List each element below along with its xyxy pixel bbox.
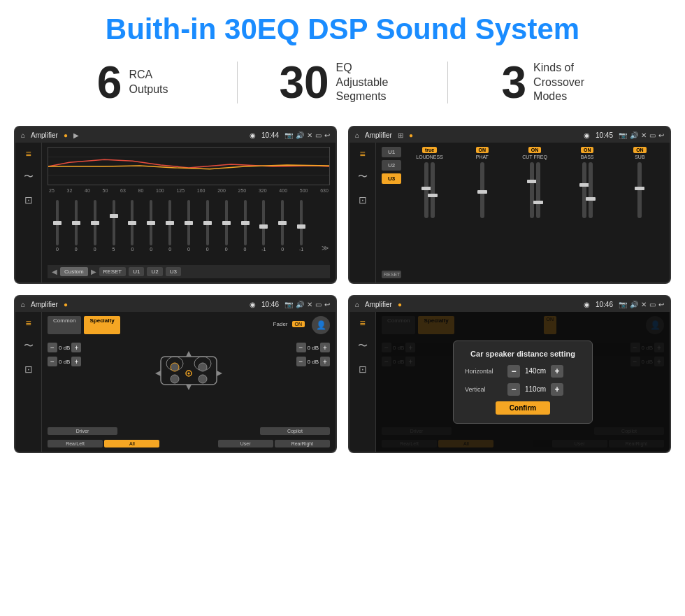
- vol-val-fr: 0 dB: [308, 345, 319, 351]
- eq-u3-btn[interactable]: U3: [166, 267, 181, 276]
- home-icon-3[interactable]: ⌂: [21, 301, 25, 308]
- eq-sidebar-icon[interactable]: ≡: [25, 148, 31, 159]
- vertical-minus-btn[interactable]: −: [507, 383, 520, 396]
- amp2-presets: U1 U2 U3 RESET: [382, 147, 401, 278]
- band-sub: ON SUB: [616, 147, 664, 278]
- eq3-sidebar-icon[interactable]: ≡: [25, 317, 31, 329]
- back-icon[interactable]: ↩: [324, 131, 330, 139]
- amp2-bands: U1 U2 U3 RESET true LOUDNESS: [382, 147, 664, 278]
- amp2-main-area: U1 U2 U3 RESET true LOUDNESS: [376, 143, 670, 282]
- eq-next-arrow[interactable]: ▶: [91, 268, 96, 275]
- cam-icon4: 📷: [619, 301, 627, 308]
- wave3-sidebar-icon[interactable]: 〜: [24, 340, 34, 352]
- bass-on[interactable]: ON: [581, 147, 594, 153]
- stats-row: 6 RCAOutputs 30 EQ AdjustableSegments 3 …: [0, 53, 685, 119]
- cam-icon2: 📷: [619, 131, 627, 139]
- screen1-topbar: ⌂ Amplifier ● ▶ ◉ 10:44 📷 🔊 ✕ ▭ ↩: [15, 127, 336, 143]
- horizontal-minus-btn[interactable]: −: [507, 365, 520, 378]
- eq-graph: [48, 147, 330, 185]
- vol-plus-rl[interactable]: +: [71, 357, 81, 366]
- back-icon3[interactable]: ↩: [324, 301, 330, 308]
- home-icon[interactable]: ⌂: [21, 131, 25, 139]
- window-icon: ▭: [315, 131, 322, 139]
- wave-sidebar-icon[interactable]: 〜: [24, 171, 34, 183]
- home-icon-4[interactable]: ⌂: [355, 301, 359, 308]
- fader-label: Fader: [273, 321, 288, 327]
- wave4-sidebar-icon[interactable]: 〜: [358, 340, 368, 352]
- eq-u2-btn[interactable]: U2: [147, 267, 162, 276]
- dot-icon: ●: [64, 131, 68, 139]
- eq-slider-10: 0: [237, 200, 254, 252]
- vol-ctrl-rl: − 0 dB +: [48, 357, 81, 366]
- page-title: Buith-in 30EQ DSP Sound System: [0, 0, 685, 53]
- vol-minus-fl[interactable]: −: [48, 343, 57, 352]
- eq-slider-11: -1: [255, 200, 272, 252]
- btn-rearleft[interactable]: RearLeft: [48, 440, 103, 447]
- btn-rearright[interactable]: RearRight: [275, 440, 330, 447]
- speaker4-sidebar-icon[interactable]: ⊡: [359, 364, 367, 375]
- dot-icon2: ●: [409, 131, 413, 139]
- screen4-time: 10:46: [596, 301, 613, 308]
- eq-prev-arrow[interactable]: ◀: [52, 268, 57, 275]
- cutfreq-on[interactable]: ON: [528, 147, 542, 153]
- sub-on[interactable]: ON: [633, 147, 647, 153]
- screen1-sidebar: ≡ 〜 ⊡: [15, 143, 42, 282]
- eq-u1-btn[interactable]: U1: [129, 267, 144, 276]
- eq-slider-3: 5: [106, 200, 122, 252]
- vol-minus-fr[interactable]: −: [296, 343, 306, 352]
- loudness-on[interactable]: true: [422, 147, 437, 153]
- confirm-button[interactable]: Confirm: [496, 401, 550, 415]
- svg-point-7: [199, 363, 207, 371]
- screen4-title: Amplifier: [365, 301, 392, 308]
- eq-slider-expand: ≫: [312, 244, 329, 252]
- x-icon4: ✕: [641, 301, 647, 308]
- x-icon: ✕: [307, 131, 312, 139]
- bottom-btn-row1: Driver Copilot: [48, 427, 330, 435]
- play-icon: ▶: [73, 131, 79, 139]
- stat-eq-label: EQ AdjustableSegments: [336, 61, 406, 104]
- fader-on-badge[interactable]: ON: [292, 321, 305, 327]
- tab-common[interactable]: Common: [48, 316, 81, 334]
- vol-plus-fr[interactable]: +: [320, 343, 330, 352]
- home-icon-2[interactable]: ⌂: [355, 131, 359, 139]
- amp2-reset-btn[interactable]: RESET: [382, 271, 401, 278]
- screen-specialty: ⌂ Amplifier ● ◉ 10:46 📷 🔊 ✕ ▭ ↩ ≡ 〜 ⊡ C: [14, 295, 337, 453]
- dot-icon4: ●: [398, 301, 402, 308]
- vol-minus-rl[interactable]: −: [48, 357, 57, 366]
- vol-plus-fl[interactable]: +: [71, 343, 81, 352]
- wave2-sidebar-icon[interactable]: 〜: [358, 171, 368, 183]
- eq2-sidebar-icon[interactable]: ≡: [359, 148, 365, 159]
- phat-on[interactable]: ON: [476, 147, 489, 153]
- preset-u1[interactable]: U1: [382, 147, 401, 157]
- screen-eq: ⌂ Amplifier ● ▶ ◉ 10:44 📷 🔊 ✕ ▭ ↩ ≡ 〜 ⊡: [14, 126, 337, 284]
- cam-icon3: 📷: [284, 301, 293, 308]
- dialog-title: Car speaker distance setting: [465, 350, 581, 358]
- back-icon4[interactable]: ↩: [658, 301, 664, 308]
- back-icon2[interactable]: ↩: [658, 131, 664, 139]
- btn-driver[interactable]: Driver: [48, 427, 117, 435]
- speaker-sidebar-icon[interactable]: ⊡: [24, 194, 33, 206]
- dialog-vertical-row: Vertical − 110cm +: [465, 383, 581, 396]
- btn-user[interactable]: User: [218, 440, 273, 447]
- screen-dialog: ⌂ Amplifier ● ◉ 10:46 📷 🔊 ✕ ▭ ↩ ≡ 〜 ⊡: [348, 295, 671, 453]
- vertical-plus-btn[interactable]: +: [551, 383, 563, 396]
- tab-specialty[interactable]: Specialty: [84, 316, 120, 334]
- btn-copilot[interactable]: Copilot: [260, 427, 330, 435]
- sub-label: SUB: [635, 155, 644, 159]
- screen2-title: Amplifier: [365, 131, 392, 139]
- eq4-sidebar-icon[interactable]: ≡: [359, 317, 365, 329]
- distance-dialog: Car speaker distance setting Horizontal …: [453, 341, 593, 424]
- vol-val-fl: 0 dB: [59, 345, 70, 351]
- btn-all[interactable]: All: [104, 440, 159, 447]
- vol-plus-rr[interactable]: +: [320, 357, 330, 366]
- screen-crossover: ⌂ Amplifier ⊞ ● ◉ 10:45 📷 🔊 ✕ ▭ ↩ ≡ 〜 ⊡: [348, 126, 671, 284]
- preset-u3[interactable]: U3: [382, 173, 401, 184]
- vol-minus-rr[interactable]: −: [296, 357, 306, 366]
- eq-custom-btn[interactable]: Custom: [60, 267, 88, 276]
- eq-reset-btn[interactable]: RESET: [99, 267, 127, 276]
- speaker2-sidebar-icon[interactable]: ⊡: [359, 194, 367, 206]
- vol-ctrl-fr: − 0 dB +: [296, 343, 330, 352]
- horizontal-plus-btn[interactable]: +: [551, 365, 563, 378]
- speaker3-sidebar-icon[interactable]: ⊡: [24, 364, 33, 375]
- preset-u2[interactable]: U2: [382, 160, 401, 171]
